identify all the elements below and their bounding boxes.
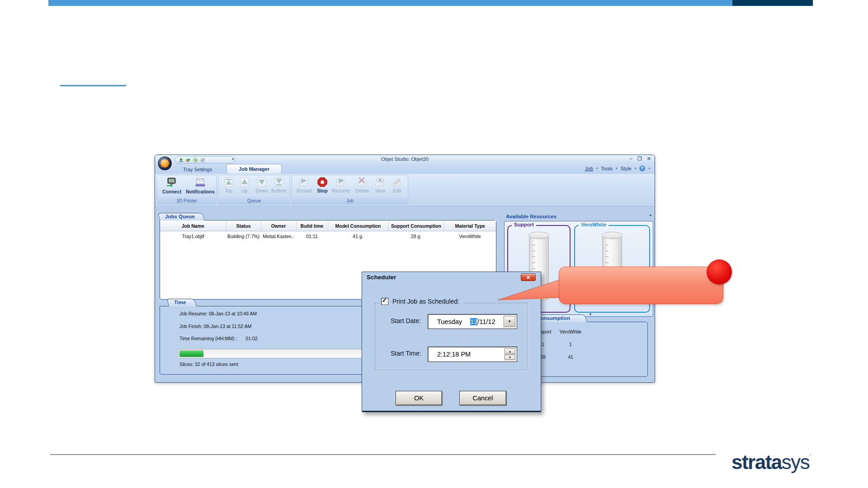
menu-item-style[interactable]: Style <box>621 166 632 171</box>
slices-status-text: Slices: 32 of 413 slices sent <box>179 361 238 367</box>
help-icon[interactable]: ? <box>639 165 645 171</box>
qat-insert-icon[interactable] <box>179 158 184 163</box>
tab-tray-settings[interactable]: Tray Settings <box>177 165 218 174</box>
qat-estimate-icon[interactable]: $ <box>193 158 198 163</box>
trademark-mark: · <box>809 451 811 458</box>
slide: Objet Studio: Objet30 – ❐ ✕ $ ▾ Tray Set… <box>0 0 868 488</box>
spinner-up-icon: ▲ <box>509 350 511 353</box>
delete-button: Delete <box>353 177 372 193</box>
slide-accent-bar <box>48 0 732 6</box>
column-header[interactable]: Owner <box>261 221 296 231</box>
restart-button: Restart <box>294 177 315 193</box>
restore-icon[interactable]: ❐ <box>637 156 642 162</box>
start-time-label: Start Time: <box>391 350 421 357</box>
consumption-value: 1 <box>555 342 586 347</box>
stop-sign-icon <box>317 177 328 188</box>
cell-model-consumption: 41 g. <box>328 231 388 241</box>
job-finish-text: Job Finish: 08-Jan-13 at 11:52 AM <box>179 324 251 329</box>
consumption-col-verowhite: VeroWhite <box>555 329 586 334</box>
jobs-queue-table: Job Name Status Owner Build time Model C… <box>160 221 496 241</box>
edit-button: Edit <box>390 177 404 193</box>
column-header[interactable]: Material Type <box>444 221 496 231</box>
jobs-queue-title: Jobs Queue <box>160 213 205 221</box>
tab-job-manager[interactable]: Job Manager <box>226 164 282 174</box>
column-header[interactable]: Model Consumption <box>328 221 388 231</box>
close-icon[interactable]: ✕ <box>647 156 651 162</box>
spinner-down-button[interactable]: ▼ <box>505 355 515 361</box>
cell-material-type: VeroWhite <box>444 231 496 241</box>
application-menu-button[interactable] <box>158 156 172 170</box>
stratasys-logo: stratasys· <box>731 452 811 472</box>
start-date-field[interactable]: Tuesday 13 /11/12 ▼ <box>428 314 517 329</box>
menu-item-tools[interactable]: Tools <box>601 166 613 171</box>
date-dropdown-button[interactable]: ▼ <box>504 316 515 327</box>
svg-text:$: $ <box>194 158 197 162</box>
consumption-tab: Consumption <box>533 314 587 322</box>
ribbon-group-label: Job <box>292 197 408 204</box>
dialog-title: Scheduler <box>367 274 396 281</box>
time-value: 2:12:18 PM <box>437 351 471 358</box>
notifications-button[interactable]: Notifications <box>185 177 215 194</box>
ribbon-tab-row: Tray Settings Job Manager Job ▾ Tools ▾ … <box>155 164 655 174</box>
menu-item-job[interactable]: Job <box>585 166 593 171</box>
column-header[interactable]: Status <box>226 221 261 231</box>
ribbon-group-3d-printer: Connect Notifications 3D Printer <box>157 175 217 205</box>
qat-customize-arrow[interactable]: ▾ <box>232 157 234 161</box>
ribbon-group-label: Queue <box>219 197 289 204</box>
chevron-down-icon[interactable]: ▾ <box>596 167 598 170</box>
column-header[interactable]: Support Consumption <box>388 221 444 231</box>
stop-button[interactable]: Stop <box>316 177 329 193</box>
move-bottom-icon <box>274 177 284 188</box>
start-date-label: Start Date: <box>391 317 421 324</box>
job-resume-text: Job Resume: 08-Jan-13 at 10:49 AM <box>179 311 257 316</box>
column-header[interactable]: Job Name <box>160 221 226 231</box>
chevron-down-icon[interactable]: ▾ <box>635 167 637 170</box>
ok-button[interactable]: OK <box>396 391 442 405</box>
time-remaining-value: 01:02 <box>245 336 257 341</box>
spinner-up-button[interactable]: ▲ <box>505 348 515 354</box>
start-time-field[interactable]: 2:12:18 PM ▲ ▼ <box>428 347 517 362</box>
collapse-up-icon[interactable]: ▲ <box>649 213 652 217</box>
column-header[interactable]: Build time <box>296 221 328 231</box>
connect-button[interactable]: Connect <box>159 177 184 194</box>
available-resources-title: Available Resources <box>506 214 557 219</box>
print-as-scheduled-checkbox[interactable]: ✓ <box>381 298 388 305</box>
dropdown-arrow-icon: ▼ <box>508 319 511 324</box>
cancel-button[interactable]: Cancel <box>459 391 506 405</box>
annotation-red-dot <box>707 259 732 285</box>
jobs-queue-tab: Jobs Queue <box>160 213 205 221</box>
delete-x-icon <box>357 177 368 188</box>
chevron-down-icon[interactable]: ▾ <box>648 167 650 170</box>
slide-title-underline <box>60 85 126 86</box>
window-menu: Job ▾ Tools ▾ Style ▾ ? ▾ <box>585 165 650 171</box>
queue-bottom-button: Bottom <box>269 177 288 193</box>
consumption-title: Consumption <box>533 314 587 322</box>
window-controls: – ❐ ✕ <box>630 156 651 162</box>
qat-export-icon[interactable] <box>186 158 191 163</box>
minimize-icon[interactable]: – <box>630 156 632 162</box>
move-up-icon <box>239 177 250 188</box>
envelope-icon <box>194 177 206 188</box>
printer-connect-icon <box>166 177 178 188</box>
table-row[interactable]: Tray1.objtf Building (7.7%) Meital.Kaste… <box>160 231 496 241</box>
time-remaining-text: Time Remaining (HH:MM) : 01:02 <box>179 336 258 341</box>
resume-button: Resume <box>330 177 352 193</box>
cell-job-name: Tray1.objtf <box>160 231 226 241</box>
annotation-callout <box>559 267 723 304</box>
consumption-value: 41 <box>555 354 586 360</box>
time-tab: Time <box>169 299 197 306</box>
support-cartridge-label: Support <box>512 222 536 227</box>
date-selected-segment: 13 <box>470 318 477 325</box>
view-button: View <box>373 177 388 193</box>
cell-support-consumption: 28 g. <box>388 231 444 241</box>
chevron-down-icon[interactable]: ▾ <box>616 167 618 170</box>
queue-top-button: Top <box>222 177 236 193</box>
qat-tools-icon[interactable] <box>200 158 205 163</box>
verowhite-cartridge-label: VeroWhite <box>579 222 609 227</box>
queue-down-button: Down <box>253 177 270 193</box>
progress-fill <box>179 350 203 357</box>
date-rest-segment: /11/12 <box>477 318 495 325</box>
quick-access-toolbar: $ <box>175 156 236 164</box>
collapse-up-icon[interactable]: ▲ <box>589 312 592 316</box>
queue-up-button: Up <box>238 177 251 193</box>
